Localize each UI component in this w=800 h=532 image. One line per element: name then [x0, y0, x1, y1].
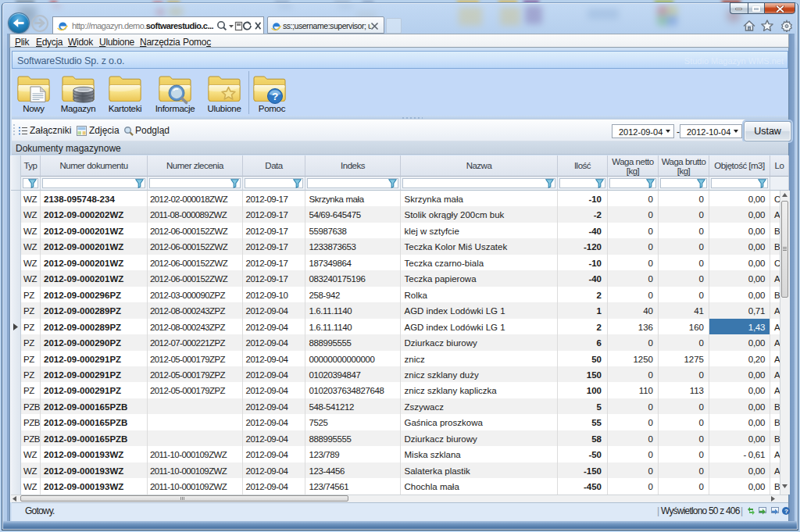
svg-text:?: ? [272, 91, 278, 102]
